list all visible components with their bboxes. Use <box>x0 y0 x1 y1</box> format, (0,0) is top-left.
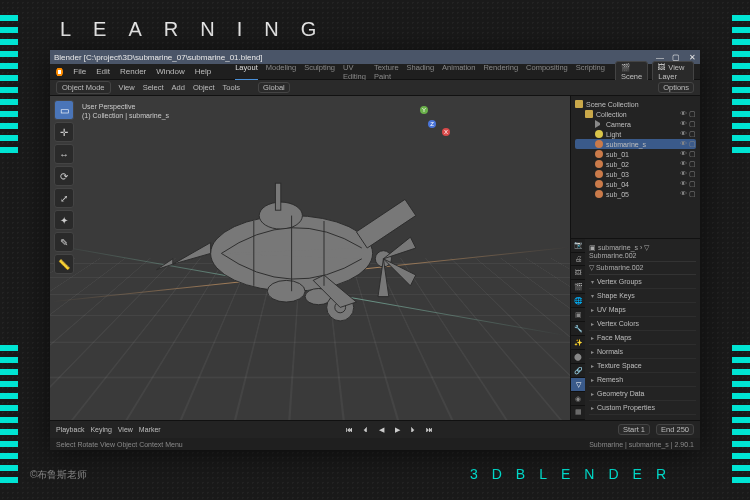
menu-file[interactable]: File <box>73 67 86 76</box>
tool-scale[interactable]: ⤢ <box>54 188 74 208</box>
jump-end-icon[interactable]: ⏭ <box>424 425 434 435</box>
outliner-item[interactable]: Light👁 ▢ <box>575 129 696 139</box>
menu-help[interactable]: Help <box>195 67 211 76</box>
3d-viewport[interactable]: ▭ ✛ ↔ ⟳ ⤢ ✦ ✎ 📏 User Perspective (1) Col… <box>50 96 570 420</box>
tool-select[interactable]: ▭ <box>54 100 74 120</box>
outliner-item[interactable]: submarine_s👁 ▢ <box>575 139 696 149</box>
tab-particle-icon[interactable]: ✨ <box>571 336 585 350</box>
axis-z-icon[interactable]: Z <box>428 120 436 128</box>
visibility-toggles[interactable]: 👁 ▢ <box>680 160 696 168</box>
panel-geometry-data[interactable]: Geometry Data <box>589 387 696 401</box>
timeline-view[interactable]: View <box>118 426 133 433</box>
tab-shading[interactable]: Shading <box>407 63 435 81</box>
tab-scene-icon[interactable]: 🎬 <box>571 280 585 294</box>
tab-modeling[interactable]: Modeling <box>266 63 296 81</box>
tab-render-icon[interactable]: 📷 <box>571 239 585 253</box>
outliner-item[interactable]: sub_04👁 ▢ <box>575 179 696 189</box>
tab-uv[interactable]: UV Editing <box>343 63 366 81</box>
menu-object[interactable]: Object <box>193 83 215 92</box>
tab-data-icon[interactable]: ▽ <box>571 378 585 392</box>
mode-selector[interactable]: Object Mode <box>56 81 111 94</box>
tool-transform[interactable]: ✦ <box>54 210 74 230</box>
menu-add[interactable]: Add <box>172 83 185 92</box>
panel-remesh[interactable]: Remesh <box>589 373 696 387</box>
nav-gizmo[interactable]: X Y Z <box>414 106 450 142</box>
outliner-item[interactable]: sub_01👁 ▢ <box>575 149 696 159</box>
frame-end[interactable]: End 250 <box>656 424 694 435</box>
timeline-keying[interactable]: Keying <box>90 426 111 433</box>
tab-physics-icon[interactable]: ⬤ <box>571 350 585 364</box>
tab-view-icon[interactable]: 🖼 <box>571 266 585 280</box>
play-icon[interactable]: ▶ <box>392 425 402 435</box>
visibility-toggles[interactable]: 👁 ▢ <box>680 180 696 188</box>
outliner-item[interactable]: sub_05👁 ▢ <box>575 189 696 199</box>
cam-icon <box>595 120 603 128</box>
datablock-name[interactable]: ▽ Submarine.002 <box>589 262 696 275</box>
jump-start-icon[interactable]: ⏮ <box>344 425 354 435</box>
visibility-toggles[interactable]: 👁 ▢ <box>680 110 696 118</box>
menu-view[interactable]: View <box>119 83 135 92</box>
overlay-subtitle: 3DBLENDER <box>470 466 680 482</box>
axis-y-icon[interactable]: Y <box>420 106 428 114</box>
menu-window[interactable]: Window <box>156 67 184 76</box>
frame-start[interactable]: Start 1 <box>618 424 650 435</box>
visibility-toggles[interactable]: 👁 ▢ <box>680 150 696 158</box>
tool-annotate[interactable]: ✎ <box>54 232 74 252</box>
tab-output-icon[interactable]: 🖨 <box>571 253 585 267</box>
right-column: Scene Collection Collection👁 ▢Camera👁 ▢L… <box>570 96 700 420</box>
timeline-playback[interactable]: Playback <box>56 426 84 433</box>
panel-texture-space[interactable]: Texture Space <box>589 359 696 373</box>
play-rev-icon[interactable]: ◀ <box>376 425 386 435</box>
visibility-toggles[interactable]: 👁 ▢ <box>680 170 696 178</box>
outliner-item[interactable]: Camera👁 ▢ <box>575 119 696 129</box>
tab-script[interactable]: Scripting <box>576 63 605 81</box>
panel-custom-properties[interactable]: Custom Properties <box>589 401 696 415</box>
tab-material-icon[interactable]: ◉ <box>571 392 585 406</box>
tab-texture-icon[interactable]: ▦ <box>571 406 585 420</box>
tab-sculpting[interactable]: Sculpting <box>304 63 335 81</box>
visibility-toggles[interactable]: 👁 ▢ <box>680 130 696 138</box>
menu-render[interactable]: Render <box>120 67 146 76</box>
visibility-toggles[interactable]: 👁 ▢ <box>680 140 696 148</box>
outliner-panel[interactable]: Scene Collection Collection👁 ▢Camera👁 ▢L… <box>571 96 700 239</box>
breadcrumb[interactable]: ▣ submarine_s › ▽ Submarine.002 <box>589 242 696 262</box>
timeline-marker[interactable]: Marker <box>139 426 161 433</box>
outliner-item[interactable]: sub_03👁 ▢ <box>575 169 696 179</box>
tool-rotate[interactable]: ⟳ <box>54 166 74 186</box>
visibility-toggles[interactable]: 👁 ▢ <box>680 120 696 128</box>
options-button[interactable]: Options <box>658 82 694 93</box>
panel-uv-maps[interactable]: UV Maps <box>589 303 696 317</box>
tab-constraint-icon[interactable]: 🔗 <box>571 364 585 378</box>
outliner-header[interactable]: Scene Collection <box>575 99 696 109</box>
orientation-selector[interactable]: Global <box>258 82 290 93</box>
tab-comp[interactable]: Compositing <box>526 63 568 81</box>
menu-edit[interactable]: Edit <box>96 67 110 76</box>
tab-texpaint[interactable]: Texture Paint <box>374 63 399 81</box>
tab-object-icon[interactable]: ▣ <box>571 308 585 322</box>
tab-render[interactable]: Rendering <box>483 63 518 81</box>
submarine-mesh[interactable] <box>154 167 440 329</box>
tab-anim[interactable]: Animation <box>442 63 475 81</box>
axis-x-icon[interactable]: X <box>442 128 450 136</box>
timeline[interactable]: Playback Keying View Marker ⏮ ⏴ ◀ ▶ ⏵ ⏭ … <box>50 420 700 438</box>
tool-measure[interactable]: 📏 <box>54 254 74 274</box>
outliner-item[interactable]: sub_02👁 ▢ <box>575 159 696 169</box>
panel-normals[interactable]: Normals <box>589 345 696 359</box>
prev-key-icon[interactable]: ⏴ <box>360 425 370 435</box>
menu-tools[interactable]: Tools <box>223 83 241 92</box>
tab-modifier-icon[interactable]: 🔧 <box>571 322 585 336</box>
next-key-icon[interactable]: ⏵ <box>408 425 418 435</box>
panel-vertex-colors[interactable]: Vertex Colors <box>589 317 696 331</box>
menu-select[interactable]: Select <box>143 83 164 92</box>
tab-layout[interactable]: Layout <box>235 63 258 81</box>
mouse-hints: Select Rotate View Object Context Menu <box>56 441 183 448</box>
outliner-item[interactable]: Collection👁 ▢ <box>575 109 696 119</box>
panel-shape-keys[interactable]: Shape Keys <box>589 289 696 303</box>
visibility-toggles[interactable]: 👁 ▢ <box>680 190 696 198</box>
properties-body[interactable]: ▣ submarine_s › ▽ Submarine.002 ▽ Submar… <box>585 239 700 420</box>
panel-vertex-groups[interactable]: Vertex Groups <box>589 275 696 289</box>
tool-move[interactable]: ↔ <box>54 144 74 164</box>
tab-world-icon[interactable]: 🌐 <box>571 294 585 308</box>
tool-cursor[interactable]: ✛ <box>54 122 74 142</box>
panel-face-maps[interactable]: Face Maps <box>589 331 696 345</box>
